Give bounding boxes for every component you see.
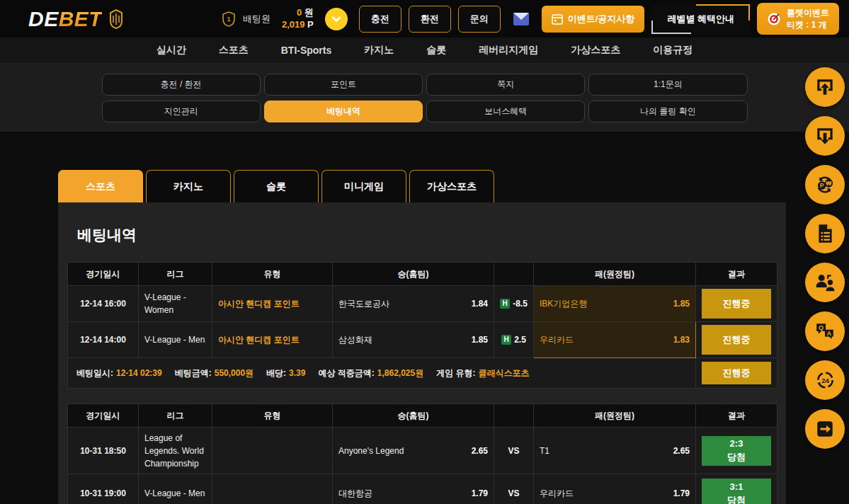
nav-item-rules[interactable]: 이용규정: [653, 44, 693, 57]
bet-time-label: 베팅일시:: [76, 368, 113, 378]
quick-rolling-button[interactable]: 나의 롤링 확인: [588, 101, 747, 122]
withdraw-button[interactable]: 환전: [409, 6, 451, 33]
bet-table-settled: 경기일시 리그 유형 승(홈팀) 패(원정팀) 결과 10-31 18:50 L…: [67, 403, 777, 504]
col-header-date: 경기일시: [68, 404, 139, 428]
svg-text:1: 1: [227, 16, 230, 23]
balance-dropdown-button[interactable]: [325, 8, 348, 30]
home-odds: 1.84: [472, 299, 488, 309]
quick-message-button[interactable]: 쪽지: [426, 74, 585, 96]
match-datetime: 10-31 19:00: [68, 474, 139, 504]
home-cell: 한국도로공사1.84: [333, 286, 494, 322]
result-label: 당첨: [727, 452, 746, 463]
home-team: Anyone's Legend: [338, 446, 404, 456]
fab-qna-button[interactable]: QA: [805, 311, 845, 351]
home-cell: 삼성화재1.85: [333, 322, 494, 358]
col-header-result: 결과: [696, 404, 777, 428]
inquiry-button[interactable]: 문의: [458, 6, 501, 33]
nav-item-bti-sports[interactable]: BTI-Sports: [281, 45, 332, 56]
nav-item-live[interactable]: 실시간: [156, 44, 186, 57]
expected-payout-label: 예상 적중금액:: [318, 368, 374, 378]
quick-betting-history-button[interactable]: 베팅내역: [264, 101, 423, 122]
bet-odds: 배당:3.39: [266, 367, 305, 379]
level-benefit-button[interactable]: 레벨별 혜택안내: [651, 4, 750, 34]
betting-history-icon: [814, 223, 836, 244]
home-team: 한국도로공사: [338, 298, 389, 310]
message-icon[interactable]: [513, 13, 529, 25]
table-header-row: 경기일시 리그 유형 승(홈팀) 패(원정팀) 결과: [68, 263, 777, 286]
nav-item-casino[interactable]: 카지노: [364, 44, 394, 57]
brand-logo[interactable]: DEBET: [28, 8, 123, 30]
event-notice-label: 이벤트/공지사항: [568, 13, 635, 25]
home-cell: Anyone's Legend2.65: [333, 428, 494, 474]
balance-block: 0 원 2,019 P: [282, 7, 314, 30]
col-header-league: 리그: [139, 404, 212, 428]
handicap-cell: H-8.5: [494, 286, 534, 322]
nav-item-leverage[interactable]: 레버리지게임: [479, 44, 538, 57]
notice-calendar-icon: [552, 13, 563, 25]
quick-menu: 충전 / 환전 포인트 쪽지 1:1문의 지인관리 베팅내역 보너스혜택 나의 …: [0, 64, 849, 132]
result-cell: 진행중: [696, 358, 777, 389]
fab-point-exchange-button[interactable]: P₩: [805, 165, 845, 205]
deposit-button[interactable]: 충전: [359, 6, 401, 33]
dart-target-icon: [767, 12, 781, 26]
fab-withdraw-button[interactable]: [805, 116, 845, 156]
result-status-button[interactable]: 진행중: [702, 289, 771, 319]
withdraw-icon: [814, 125, 836, 147]
result-win-button[interactable]: 2:3당첨: [702, 436, 771, 466]
corner-accent: [696, 4, 750, 21]
nav-item-slots[interactable]: 슬롯: [426, 44, 446, 57]
fab-deposit-button[interactable]: [805, 67, 845, 107]
col-header-mid: [494, 263, 534, 286]
tab-virtual-sports[interactable]: 가상스포츠: [409, 170, 494, 202]
away-cell: 우리카드1.79: [534, 474, 696, 504]
handicap-badge: H: [500, 299, 510, 309]
bet-amount-value: 550,000원: [215, 368, 253, 378]
category-tabs: 스포츠 카지노 슬롯 미니게임 가상스포츠: [58, 170, 849, 202]
home-odds: 1.85: [472, 335, 488, 345]
result-cell: 3:1당첨: [696, 474, 777, 504]
fab-betting-history-button[interactable]: [805, 214, 845, 253]
fab-exit-button[interactable]: [805, 409, 845, 449]
roulette-event-button[interactable]: 룰렛이벤트 티켓 : 1 개: [757, 3, 839, 34]
fab-referral-button[interactable]: [805, 263, 845, 302]
away-cell-picked: 우리카드1.83: [534, 322, 696, 358]
page: DEBET 1 배팅원 0 원 2,019 P 충전 환전 문의 이벤트/공지사…: [0, 0, 849, 504]
quick-bonus-button[interactable]: 보너스혜택: [426, 101, 585, 122]
vs-cell: VS: [494, 428, 534, 474]
expected-payout-value: 1,862,025원: [377, 368, 423, 378]
result-status-button[interactable]: 진행중: [702, 362, 771, 384]
tab-slots[interactable]: 슬롯: [234, 170, 319, 202]
result-status-button[interactable]: 진행중: [702, 325, 771, 355]
away-team: 우리카드: [540, 334, 574, 346]
quick-point-button[interactable]: 포인트: [264, 74, 423, 96]
table-header-row: 경기일시 리그 유형 승(홈팀) 패(원정팀) 결과: [68, 404, 777, 428]
quick-inquiry-button[interactable]: 1:1문의: [588, 74, 747, 96]
away-odds: 1.79: [673, 488, 690, 498]
away-odds: 1.83: [673, 335, 690, 345]
game-type-value: 클래식스포츠: [479, 368, 530, 378]
handicap-cell: H2.5: [494, 322, 534, 358]
tab-sports[interactable]: 스포츠: [58, 170, 143, 202]
nav-item-virtual-sports[interactable]: 가상스포츠: [571, 44, 620, 57]
event-notice-button[interactable]: 이벤트/공지사항: [542, 6, 645, 33]
away-team: T1: [540, 446, 549, 456]
tab-minigame[interactable]: 미니게임: [321, 170, 406, 202]
tab-casino[interactable]: 카지노: [146, 170, 231, 202]
result-win-button[interactable]: 3:1당첨: [702, 479, 771, 504]
col-header-mid: [494, 404, 534, 428]
quick-deposit-withdraw-button[interactable]: 충전 / 환전: [102, 74, 261, 96]
home-cell: 대한항공1.79: [333, 474, 494, 504]
fab-support-24h-button[interactable]: 24: [805, 360, 845, 400]
col-header-home: 승(홈팀): [333, 263, 494, 286]
away-odds: 2.65: [673, 446, 690, 456]
svg-text:Q: Q: [819, 324, 824, 331]
league-name: V-League - Men: [139, 474, 212, 504]
result-cell: 2:3당첨: [696, 428, 777, 474]
corner-accent: [651, 21, 690, 34]
logo-part-bet: BET: [59, 7, 103, 30]
bet-time-value: 12-14 02:39: [116, 368, 162, 378]
col-header-home: 승(홈팀): [333, 404, 494, 428]
game-type: 게임 유형:클래식스포츠: [436, 367, 529, 379]
nav-item-sports[interactable]: 스포츠: [219, 44, 249, 57]
quick-referral-button[interactable]: 지인관리: [102, 101, 261, 122]
